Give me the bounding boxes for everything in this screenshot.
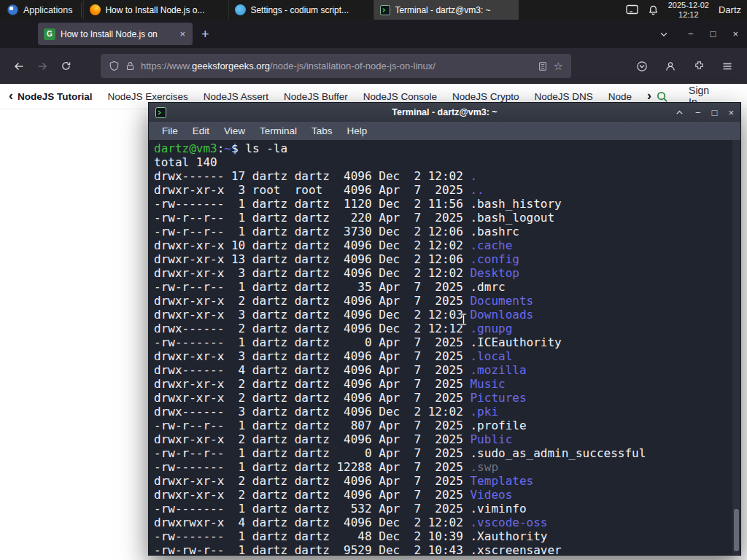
list-all-tabs-chevron-icon[interactable] <box>659 29 669 39</box>
terminal-titlebar[interactable]: Terminal - dartz@vm3: ~ − □ × <box>149 103 740 122</box>
tab-title: How to Install Node.js on <box>61 29 173 39</box>
menu-edit[interactable]: Edit <box>185 125 217 136</box>
terminal-line: drwxr-xr-x 3 dartz dartz 4096 Apr 7 2025… <box>154 349 740 363</box>
applications-menu-button[interactable]: Applications <box>0 0 80 20</box>
new-tab-button[interactable]: + <box>201 28 209 41</box>
taskbar-title: Terminal - dartz@vm3: ~ <box>395 5 490 15</box>
terminal-line: drwxr-xr-x 3 dartz dartz 4096 Dec 2 12:0… <box>154 266 740 280</box>
file-name: .dmrc <box>470 280 505 294</box>
site-nav-link-nodejs-buffer[interactable]: NodeJS Buffer <box>284 91 348 102</box>
directory-name: Documents <box>470 294 533 308</box>
back-button[interactable] <box>7 55 31 78</box>
terminal-maximize-button[interactable]: □ <box>712 107 718 118</box>
url-bar[interactable]: https://www.geeksforgeeks.org/node-js/in… <box>101 54 571 78</box>
file-name: .sudo_as_admin_successful <box>470 446 646 460</box>
lock-icon[interactable] <box>125 61 135 71</box>
taskbar-title: How to Install Node.js o... <box>105 5 204 15</box>
geeksforgeeks-favicon <box>44 28 55 40</box>
extensions-puzzle-icon[interactable] <box>688 55 710 77</box>
browser-close-button[interactable]: × <box>732 28 738 39</box>
terminal-minimize-button[interactable]: − <box>695 107 701 118</box>
terminal-shade-button[interactable] <box>675 108 684 117</box>
panel-tray-area: 2025-12-02 12:12 Dartz <box>626 0 747 20</box>
site-nav-link-nodejs-exercises[interactable]: NodeJS Exercises <box>108 91 188 102</box>
forward-button[interactable] <box>31 55 54 78</box>
site-nav-link-nodejs-console[interactable]: NodeJS Console <box>363 91 437 102</box>
top-panel: Applications How to Install Node.js o...… <box>0 0 747 20</box>
taskbar-button-firefox[interactable]: How to Install Node.js o... <box>83 0 228 20</box>
terminal-screen[interactable]: dartz@vm3:~$ ls -la total 140 drwx------… <box>149 140 740 555</box>
terminal-line: drwx------ 3 dartz dartz 4096 Dec 2 12:0… <box>154 405 740 419</box>
tray-display-icon[interactable] <box>626 4 638 15</box>
terminal-app-icon <box>155 107 166 118</box>
terminal-close-button[interactable]: × <box>728 107 734 118</box>
taskbar-title: Settings - codium script... <box>250 5 349 15</box>
clock-time: 12:12 <box>668 10 709 20</box>
taskbar-button-codium[interactable]: Settings - codium script... <box>228 0 374 20</box>
file-name: .profile <box>470 419 526 432</box>
prompt-path: ~ <box>224 141 231 155</box>
tab-close-button[interactable]: × <box>178 28 187 39</box>
terminal-line: drwxr-xr-x 2 dartz dartz 4096 Apr 7 2025… <box>154 391 740 405</box>
directory-name: Public <box>470 432 512 446</box>
terminal-line: -rw------- 1 dartz dartz 0 Apr 7 2025 .I… <box>154 335 740 349</box>
account-icon[interactable] <box>659 55 681 77</box>
terminal-line: -rw-r--r-- 1 dartz dartz 3730 Dec 2 12:0… <box>154 225 740 238</box>
terminal-line: -rw------- 1 dartz dartz 532 Apr 7 2025 … <box>154 502 740 516</box>
browser-tab[interactable]: How to Install Node.js on × <box>38 23 193 45</box>
terminal-line: drwxr-xr-x 2 dartz dartz 4096 Apr 7 2025… <box>154 294 740 308</box>
site-nav-link-node[interactable]: Node <box>608 91 632 102</box>
file-name: .viminfo <box>470 502 526 516</box>
directory-name: . <box>470 169 477 183</box>
directory-name: Videos <box>470 488 512 502</box>
terminal-line: -rw------- 1 dartz dartz 48 Dec 2 10:39 … <box>154 529 740 543</box>
terminal-line: drwxr-xr-x 2 dartz dartz 4096 Apr 7 2025… <box>154 432 740 446</box>
terminal-line: drwxr-xr-x 3 root root 4096 Apr 7 2025 .… <box>154 183 740 197</box>
site-nav-link-nodejs-tutorial[interactable]: NodeJS Tutorial <box>18 91 93 102</box>
terminal-line: drwxr-xr-x 3 dartz dartz 4096 Dec 2 12:0… <box>154 308 740 322</box>
directory-name: .gnupg <box>470 322 512 335</box>
tracking-protection-shield-icon[interactable] <box>109 61 120 71</box>
terminal-scrollbar[interactable] <box>732 140 740 555</box>
terminal-listing: drwx------ 17 dartz dartz 4096 Dec 2 12:… <box>154 169 740 555</box>
browser-minimize-button[interactable]: − <box>688 28 694 39</box>
panel-user-label[interactable]: Dartz <box>719 4 741 15</box>
site-nav-link-nodejs-crypto[interactable]: NodeJS Crypto <box>452 91 519 102</box>
menu-view[interactable]: View <box>217 125 252 136</box>
terminal-menubar: File Edit View Terminal Tabs Help <box>149 122 740 140</box>
panel-clock[interactable]: 2025-12-02 12:12 <box>668 1 709 19</box>
menu-tabs[interactable]: Tabs <box>304 125 340 136</box>
directory-name: .mozilla <box>470 363 526 377</box>
file-name: .Xauthority <box>470 529 547 543</box>
notification-bell-icon[interactable] <box>648 4 659 16</box>
menu-file[interactable]: File <box>155 125 185 136</box>
terminal-line: drwx------ 2 dartz dartz 4096 Dec 2 12:1… <box>154 322 740 335</box>
terminal-line: -rw-r--r-- 1 dartz dartz 807 Apr 7 2025 … <box>154 419 740 432</box>
terminal-line: drwxrwxr-x 4 dartz dartz 4096 Dec 2 12:0… <box>154 516 740 529</box>
terminal-total-line: total 140 <box>154 155 740 169</box>
terminal-line: -rw------- 1 dartz dartz 1120 Dec 2 11:5… <box>154 197 740 211</box>
file-name: .ICEauthority <box>470 335 561 349</box>
bookmark-star-icon[interactable]: ☆ <box>554 60 563 73</box>
directory-name: Music <box>470 377 505 391</box>
browser-maximize-button[interactable]: □ <box>711 28 716 39</box>
nav-back-chevron[interactable]: ‹ <box>9 88 18 105</box>
reader-mode-icon[interactable] <box>538 61 548 71</box>
menu-help[interactable]: Help <box>340 125 375 136</box>
search-icon[interactable] <box>656 90 668 103</box>
directory-name: .pki <box>470 405 498 419</box>
pocket-icon[interactable] <box>631 55 653 77</box>
file-name: .bash_history <box>470 197 561 211</box>
terminal-icon <box>380 5 390 15</box>
terminal-line: drwxr-xr-x 2 dartz dartz 4096 Apr 7 2025… <box>154 488 740 502</box>
menu-terminal[interactable]: Terminal <box>252 125 304 136</box>
menu-hamburger-icon[interactable] <box>716 55 738 77</box>
terminal-scrollbar-thumb[interactable] <box>734 509 739 551</box>
site-nav-link-nodejs-dns[interactable]: NodeJS DNS <box>535 91 593 102</box>
directory-name: .vscode-oss <box>470 516 547 529</box>
terminal-line: -rw-r--r-- 1 dartz dartz 0 Apr 7 2025 .s… <box>154 446 740 460</box>
taskbar-button-terminal[interactable]: Terminal - dartz@vm3: ~ <box>374 0 519 20</box>
reload-button[interactable] <box>54 55 77 78</box>
site-nav-link-nodejs-assert[interactable]: NodeJS Assert <box>204 91 268 102</box>
terminal-line: drwx------ 4 dartz dartz 4096 Apr 7 2025… <box>154 363 740 377</box>
